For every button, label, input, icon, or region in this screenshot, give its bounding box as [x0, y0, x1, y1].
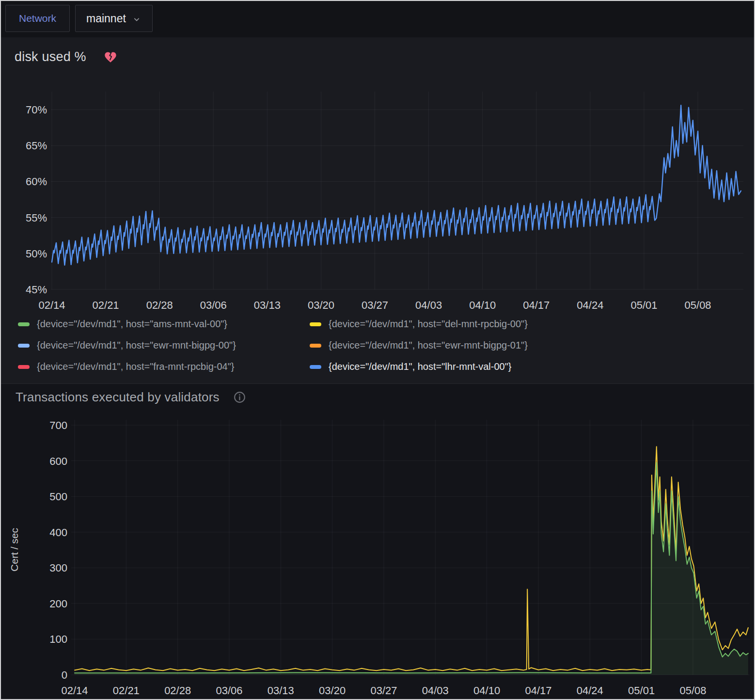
legend-item[interactable]: {device="/dev/md1", host="ewr-mnt-bigpg-… [310, 340, 735, 351]
x-tick-label: 03/06 [200, 299, 227, 311]
legend-swatch [310, 344, 321, 348]
y-tick-label: 100 [49, 633, 67, 645]
legend-item[interactable]: {device="/dev/md1", host="ewr-mnt-bigpg-… [18, 340, 310, 351]
legend-label: {device="/dev/md1", host="del-mnt-rpcbig… [329, 318, 528, 330]
panel-transactions: 02/1402/2102/2803/0603/1303/2003/2704/03… [1, 383, 754, 700]
x-tick-label: 04/24 [577, 684, 603, 697]
x-tick-label: 02/14 [38, 299, 65, 311]
x-tick-label: 05/01 [628, 684, 655, 697]
legend-swatch [18, 365, 30, 369]
chevron-down-icon [132, 15, 142, 24]
series-area [75, 462, 748, 675]
chart-legend: {device="/dev/md1", host="ams-mnt-val-00… [18, 318, 735, 372]
y-tick-label: 400 [49, 526, 67, 539]
x-tick-label: 02/14 [61, 684, 88, 697]
y-tick-label: 600 [49, 455, 67, 467]
legend-swatch [310, 322, 321, 326]
legend-item[interactable]: {device="/dev/md1", host="ams-mnt-val-00… [18, 318, 310, 330]
x-tick-label: 03/20 [319, 684, 346, 697]
series-line [75, 446, 748, 670]
y-axis-label: Cert / sec [9, 506, 20, 593]
x-tick-label: 02/28 [164, 684, 191, 697]
y-tick-label: 200 [49, 598, 67, 610]
legend-swatch [18, 322, 30, 326]
legend-item[interactable]: {device="/dev/md1", host="lhr-mnt-val-00… [310, 361, 735, 372]
x-tick-label: 03/27 [370, 684, 397, 697]
x-tick-label: 04/24 [577, 299, 603, 311]
panel-disk-used: 02/1402/2102/2803/0603/1303/2003/2704/03… [1, 37, 754, 383]
y-tick-label: 45% [26, 284, 47, 296]
legend-swatch [310, 365, 321, 369]
legend-label: {device="/dev/md1", host="fra-mnt-rpcbig… [37, 361, 235, 372]
x-tick-label: 04/03 [422, 684, 449, 697]
x-tick-label: 05/08 [685, 299, 711, 311]
x-tick-label: 04/17 [525, 684, 551, 697]
y-tick-label: 60% [26, 175, 47, 188]
x-tick-label: 02/21 [93, 299, 119, 311]
series-line [52, 105, 741, 265]
legend-label: {device="/dev/md1", host="ams-mnt-val-00… [37, 318, 227, 330]
legend-swatch [18, 344, 30, 348]
legend-label: {device="/dev/md1", host="ewr-mnt-bigpg-… [37, 340, 236, 351]
network-dropdown[interactable]: mainnet [75, 5, 153, 32]
y-tick-label: 300 [49, 562, 67, 574]
broken-heart-icon [104, 50, 117, 64]
x-tick-label: 03/06 [216, 684, 242, 697]
x-tick-label: 03/13 [267, 684, 294, 697]
network-dropdown-value: mainnet [86, 12, 126, 25]
x-tick-label: 05/01 [630, 299, 657, 311]
y-tick-label: 0 [62, 669, 67, 681]
x-tick-label: 03/20 [308, 299, 334, 311]
y-tick-label: 65% [26, 140, 47, 152]
x-tick-label: 04/10 [473, 684, 500, 697]
x-tick-label: 04/17 [523, 299, 550, 311]
variable-label-network: Network [5, 5, 70, 32]
legend-label: {device="/dev/md1", host="lhr-mnt-val-00… [329, 361, 511, 372]
legend-item[interactable]: {device="/dev/md1", host="del-mnt-rpcbig… [310, 318, 735, 330]
panel-title-disk-used[interactable]: disk used % [15, 49, 86, 64]
y-tick-label: 500 [49, 491, 67, 503]
x-tick-label: 03/13 [254, 299, 281, 311]
legend-label: {device="/dev/md1", host="ewr-mnt-bigpg-… [329, 340, 528, 351]
x-tick-label: 05/08 [679, 684, 706, 697]
x-tick-label: 04/03 [415, 299, 442, 311]
y-tick-label: 50% [26, 248, 47, 260]
variable-label-text: Network [19, 13, 56, 24]
x-tick-label: 02/21 [113, 684, 140, 697]
x-tick-label: 03/27 [362, 299, 388, 311]
y-tick-label: 55% [26, 212, 47, 224]
info-icon[interactable] [233, 391, 246, 404]
x-tick-label: 04/10 [469, 299, 496, 311]
x-tick-label: 02/28 [146, 299, 173, 311]
panel-title-transactions[interactable]: Transactions executed by validators [16, 390, 220, 405]
transactions-chart[interactable]: 02/1402/2102/2803/0603/1303/2003/2704/03… [1, 384, 754, 700]
dashboard-toolbar: Network mainnet [1, 1, 754, 37]
y-tick-label: 700 [49, 419, 67, 431]
legend-item[interactable]: {device="/dev/md1", host="fra-mnt-rpcbig… [18, 361, 310, 372]
y-tick-label: 70% [26, 104, 47, 116]
